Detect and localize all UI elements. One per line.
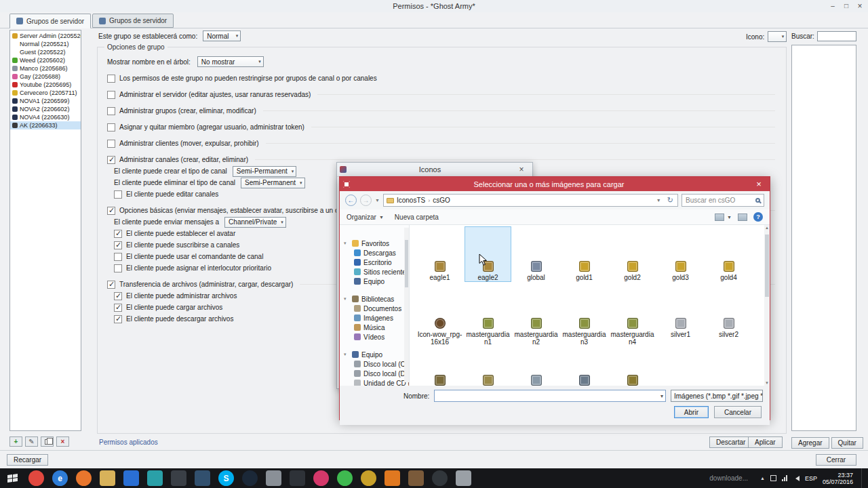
permission-checkbox[interactable] (107, 281, 115, 289)
server-group-row[interactable]: NOVA1 (2206599) (10, 97, 81, 105)
close-button[interactable] (853, 1, 867, 11)
taskbar-app-icon[interactable] (147, 470, 163, 486)
volume-icon[interactable] (793, 476, 800, 481)
start-button[interactable] (0, 468, 24, 488)
sidebar-item[interactable]: Imágenes (342, 313, 409, 323)
scroll-up-icon[interactable]: ▲ (764, 226, 770, 230)
taskbar-app-icon[interactable] (266, 470, 281, 486)
copy-group-button[interactable] (41, 436, 54, 447)
breadcrumb-root[interactable]: IconosTS (397, 197, 425, 204)
file-item[interactable]: masterguardian2 (513, 283, 559, 339)
permission-checkbox[interactable] (114, 253, 122, 261)
tab-grupos-de-servidor[interactable]: Grupos de servidor (9, 14, 91, 28)
taskbar-app-icon[interactable] (313, 470, 329, 486)
open-button[interactable]: Abrir (674, 406, 709, 418)
sidebar-item[interactable]: Disco local (D:) (342, 369, 409, 378)
permission-checkbox[interactable] (107, 123, 115, 131)
sidebar-item[interactable]: Favoritos (342, 239, 409, 248)
sidebar-item[interactable]: Unidad de CD (E: (342, 378, 409, 386)
server-group-row[interactable]: Youtube (2205695) (10, 81, 81, 89)
icon-dropdown[interactable] (768, 31, 787, 42)
file-item[interactable] (609, 340, 656, 386)
dialog-close-button[interactable] (748, 177, 770, 191)
file-item[interactable]: eagle2 (465, 226, 511, 282)
taskbar-app-icon[interactable] (123, 470, 139, 486)
permission-checkbox[interactable] (114, 230, 122, 238)
show-desktop-button[interactable] (861, 468, 865, 488)
server-group-row[interactable]: AK (2206633) (10, 121, 81, 129)
taskbar-app-icon[interactable] (195, 470, 210, 486)
right-results-list[interactable] (791, 45, 856, 431)
hidden-icons-chevron-icon[interactable]: ▲ (760, 476, 765, 481)
server-group-row[interactable]: Manco (2205686) (10, 64, 81, 73)
edit-group-button[interactable]: ✎ (25, 436, 38, 447)
permission-dropdown[interactable]: Semi-Permanent (241, 178, 305, 188)
add-button[interactable]: Agregar (791, 437, 829, 449)
file-item[interactable]: gold4 (705, 226, 752, 282)
taskbar-app-icon[interactable]: e (52, 470, 68, 486)
sidebar-item[interactable]: Documentos (342, 304, 409, 313)
permission-checkbox[interactable] (107, 75, 115, 83)
sidebar-item[interactable]: Música (342, 323, 409, 332)
permission-checkbox[interactable] (107, 91, 115, 99)
cancel-button[interactable]: Cancelar (714, 406, 762, 418)
preview-pane-icon[interactable] (738, 214, 747, 221)
right-search-input[interactable] (817, 31, 856, 41)
iconos-close-button[interactable] (513, 165, 530, 175)
help-icon[interactable]: ? (753, 212, 763, 222)
taskbar-app-icon[interactable] (384, 470, 400, 486)
taskbar-app-icon[interactable] (408, 470, 424, 486)
sidebar-item[interactable]: Disco local (C:) (342, 359, 409, 369)
forward-button[interactable]: → (360, 195, 372, 206)
permission-checkbox[interactable] (107, 107, 115, 115)
dialog-search-box[interactable]: Buscar en csGO (682, 194, 764, 207)
permission-checkbox[interactable] (114, 241, 122, 249)
server-group-row[interactable]: Cervecero (2205711) (10, 89, 81, 97)
sidebar-item[interactable]: Sitios recientes (342, 267, 409, 277)
sidebar-item[interactable]: Bibliotecas (342, 294, 409, 304)
file-item[interactable]: gold2 (609, 226, 656, 282)
permission-checkbox[interactable] (114, 292, 122, 300)
file-item[interactable]: masterguardian4 (609, 283, 656, 339)
maximize-button[interactable] (840, 1, 853, 11)
history-dropdown-icon[interactable]: ▼ (375, 198, 380, 203)
server-group-row[interactable]: Guest (2205522) (10, 48, 81, 56)
taskbar-app-icon[interactable] (337, 470, 353, 486)
file-item[interactable]: silver2 (705, 283, 752, 339)
file-type-dropdown[interactable]: Imágenes (*.bmp *.gif *.jpeg *.j (671, 390, 763, 402)
taskbar-app-icon[interactable] (432, 470, 448, 486)
address-bar[interactable]: IconosTS › csGO ▼ ↻ (383, 194, 678, 207)
permission-checkbox[interactable] (107, 156, 115, 164)
taskbar-app-icon[interactable]: S (218, 470, 234, 486)
file-item[interactable]: silver1 (657, 283, 704, 339)
server-group-row[interactable]: NOVA2 (2206602) (10, 105, 81, 113)
file-item[interactable]: gold1 (561, 226, 608, 282)
sidebar-item[interactable]: Equipo (342, 350, 409, 359)
permission-checkbox[interactable] (114, 264, 122, 272)
back-button[interactable]: ← (345, 195, 357, 206)
sidebar-item[interactable]: Descargas (342, 248, 409, 258)
taskbar-app-icon[interactable] (171, 470, 186, 486)
network-icon[interactable] (782, 475, 787, 481)
file-item[interactable]: gold3 (657, 226, 704, 282)
refresh-icon[interactable]: ↻ (666, 196, 675, 205)
file-item[interactable] (465, 340, 511, 386)
sidebar-item[interactable]: Vídeos (342, 332, 409, 342)
sidebar-item[interactable]: Equipo (342, 277, 409, 286)
organize-button[interactable]: Organizar ▼ (347, 214, 384, 221)
views-button[interactable]: ▼ (715, 214, 732, 221)
taskbar-app-icon[interactable] (28, 470, 44, 486)
language-indicator[interactable]: ESP (805, 475, 817, 482)
server-group-row[interactable]: NOVA4 (2206630) (10, 113, 81, 121)
file-item[interactable] (561, 340, 608, 386)
file-item[interactable] (416, 340, 463, 386)
files-scrollbar[interactable]: ▲ ▼ (764, 225, 770, 386)
file-name-input[interactable] (434, 390, 666, 402)
file-item[interactable]: masterguardian1 (465, 283, 511, 339)
file-item[interactable]: masterguardian3 (561, 283, 608, 339)
taskbar-app-icon[interactable] (76, 470, 92, 486)
taskbar-app-icon[interactable] (290, 470, 305, 486)
permission-checkbox[interactable] (114, 190, 122, 199)
server-group-row[interactable]: Normal (2205521) (10, 40, 81, 48)
server-group-row[interactable]: Weed (2205602) (10, 56, 81, 64)
